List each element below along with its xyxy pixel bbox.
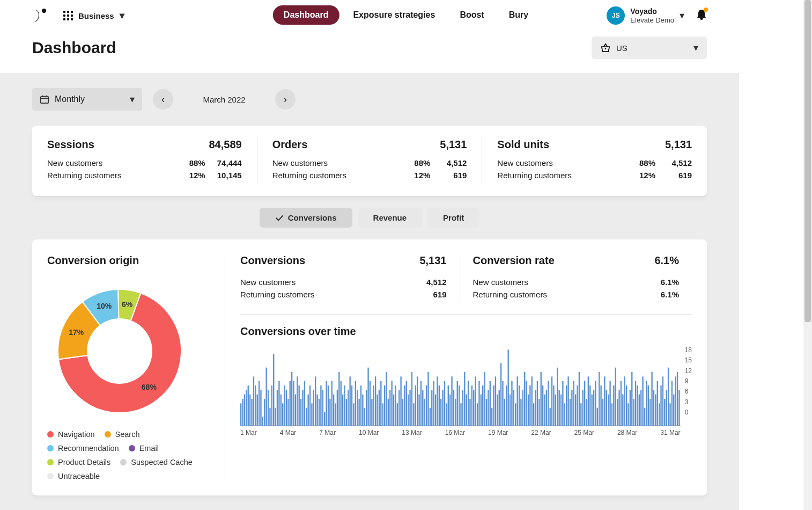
metric-segmented-control: Conversions Revenue Profit bbox=[32, 208, 707, 228]
svg-rect-195 bbox=[575, 395, 576, 426]
svg-rect-69 bbox=[346, 399, 347, 426]
svg-rect-104 bbox=[409, 390, 410, 426]
legend-item: Navigation bbox=[47, 430, 95, 439]
nav-boost[interactable]: Boost bbox=[449, 5, 494, 25]
nav-dashboard[interactable]: Dashboard bbox=[273, 5, 339, 25]
svg-rect-156 bbox=[504, 399, 505, 426]
svg-rect-241 bbox=[659, 403, 660, 426]
svg-rect-67 bbox=[342, 395, 343, 426]
stat-total: 5,131 bbox=[665, 139, 692, 151]
notifications-button[interactable] bbox=[696, 9, 707, 23]
svg-rect-75 bbox=[357, 390, 358, 426]
svg-rect-183 bbox=[553, 385, 554, 426]
svg-rect-232 bbox=[642, 376, 643, 426]
svg-rect-214 bbox=[609, 381, 610, 426]
svg-rect-72 bbox=[351, 385, 352, 426]
x-tick: 28 Mar bbox=[617, 429, 637, 436]
svg-rect-118 bbox=[435, 395, 436, 426]
x-tick: 19 Mar bbox=[488, 429, 508, 436]
brand-logo[interactable] bbox=[32, 8, 48, 24]
svg-rect-81 bbox=[367, 368, 368, 426]
page-title: Dashboard bbox=[32, 39, 116, 57]
svg-rect-243 bbox=[662, 376, 663, 426]
stat-title: Orders bbox=[272, 139, 308, 151]
stat-row-pct: 88% bbox=[185, 158, 205, 167]
nav-bury[interactable]: Bury bbox=[498, 5, 539, 25]
seg-profit[interactable]: Profit bbox=[427, 208, 479, 228]
nav-exposure-strategies[interactable]: Exposure strategies bbox=[342, 5, 446, 25]
svg-rect-178 bbox=[544, 395, 545, 426]
svg-rect-244 bbox=[664, 399, 665, 426]
svg-rect-164 bbox=[519, 385, 520, 426]
svg-rect-163 bbox=[516, 376, 518, 426]
svg-rect-150 bbox=[493, 385, 494, 426]
svg-rect-148 bbox=[490, 381, 491, 426]
stat-row-label: New customers bbox=[47, 158, 102, 167]
svg-rect-182 bbox=[551, 376, 552, 426]
stat-row-pct: 88% bbox=[635, 158, 655, 167]
next-period-button[interactable]: › bbox=[275, 89, 296, 110]
svg-rect-217 bbox=[615, 368, 616, 426]
svg-rect-11 bbox=[240, 403, 241, 426]
svg-rect-24 bbox=[264, 399, 265, 426]
business-switcher[interactable]: Business ▾ bbox=[63, 10, 124, 21]
svg-rect-209 bbox=[600, 385, 601, 426]
stat-title: Sold units bbox=[497, 139, 549, 151]
svg-rect-162 bbox=[515, 403, 516, 426]
svg-rect-171 bbox=[532, 376, 533, 426]
svg-rect-112 bbox=[424, 399, 425, 426]
svg-rect-33 bbox=[280, 395, 282, 426]
account-menu[interactable]: JS Voyado Elevate Demo ▾ bbox=[607, 6, 684, 25]
prev-period-button[interactable]: ‹ bbox=[153, 89, 173, 110]
stat-title: Conversions bbox=[240, 254, 305, 267]
svg-rect-59 bbox=[328, 385, 329, 426]
basket-icon bbox=[600, 43, 611, 53]
svg-rect-133 bbox=[462, 390, 463, 426]
stat-row-val: 6.1% bbox=[647, 278, 679, 287]
legend-item: Untraceable bbox=[47, 472, 100, 480]
conversion-rate-block: Conversion rate 6.1% New customers 6.1% … bbox=[460, 254, 692, 302]
svg-rect-108 bbox=[417, 376, 418, 426]
svg-rect-46 bbox=[304, 381, 305, 426]
svg-rect-31 bbox=[277, 390, 278, 426]
region-select[interactable]: US ▾ bbox=[592, 37, 707, 59]
svg-rect-174 bbox=[537, 381, 538, 426]
period-label: March 2022 bbox=[184, 95, 264, 104]
svg-rect-84 bbox=[373, 385, 374, 426]
svg-rect-185 bbox=[557, 368, 558, 426]
seg-conversions[interactable]: Conversions bbox=[260, 208, 352, 228]
svg-rect-36 bbox=[286, 390, 287, 426]
svg-rect-131 bbox=[459, 385, 460, 426]
stat-row-pct: 12% bbox=[185, 171, 205, 180]
svg-rect-28 bbox=[271, 385, 272, 426]
analysis-card: Conversion origin 68%17%10%6% Navigation… bbox=[32, 239, 707, 496]
svg-rect-79 bbox=[364, 408, 365, 426]
x-tick: 13 Mar bbox=[402, 429, 422, 436]
svg-rect-94 bbox=[391, 381, 392, 426]
svg-rect-176 bbox=[541, 372, 542, 426]
svg-rect-192 bbox=[570, 399, 571, 426]
svg-rect-83 bbox=[371, 399, 372, 426]
scrollbar-thumb[interactable] bbox=[804, 0, 811, 322]
svg-rect-221 bbox=[622, 395, 623, 426]
svg-rect-201 bbox=[586, 399, 587, 426]
svg-rect-32 bbox=[278, 381, 279, 426]
svg-rect-22 bbox=[260, 390, 261, 426]
svg-rect-203 bbox=[589, 385, 590, 426]
svg-rect-204 bbox=[591, 395, 592, 426]
legend-label: Recommendation bbox=[58, 444, 119, 453]
svg-rect-208 bbox=[599, 372, 600, 426]
granularity-select[interactable]: Monthly ▾ bbox=[32, 88, 142, 111]
page-scrollbar[interactable] bbox=[803, 0, 812, 510]
svg-rect-60 bbox=[329, 399, 330, 426]
svg-rect-113 bbox=[426, 385, 427, 426]
svg-rect-149 bbox=[491, 408, 492, 426]
svg-rect-20 bbox=[257, 395, 258, 426]
x-tick: 7 Mar bbox=[319, 429, 336, 436]
stat-row-val: 10,145 bbox=[210, 171, 242, 180]
seg-revenue[interactable]: Revenue bbox=[358, 208, 423, 228]
svg-rect-12 bbox=[242, 399, 243, 426]
svg-rect-97 bbox=[397, 403, 398, 426]
legend-label: Product Details bbox=[58, 458, 110, 467]
svg-rect-235 bbox=[648, 385, 649, 426]
